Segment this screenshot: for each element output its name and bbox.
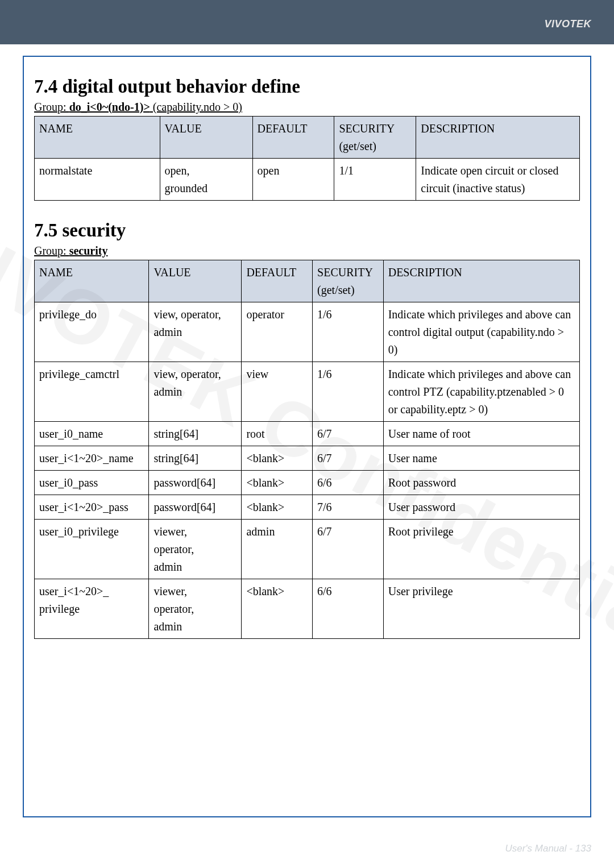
page-footer: User's Manual - 133 bbox=[505, 843, 591, 854]
cell-value: viewer,operator,admin bbox=[149, 520, 242, 579]
cell-description: User name of root bbox=[383, 422, 579, 446]
col-default: DEFAULT bbox=[252, 117, 334, 159]
table-row: user_i<1~20>_privilege viewer,operator,a… bbox=[35, 579, 580, 639]
cell-default: open bbox=[252, 159, 334, 201]
cell-description: Indicate open circuit or closed circuit … bbox=[416, 159, 580, 201]
cell-default: <blank> bbox=[242, 495, 313, 520]
cell-name: privilege_do bbox=[35, 302, 149, 362]
cell-security: 1/6 bbox=[313, 302, 384, 362]
col-value: VALUE bbox=[160, 117, 252, 159]
section-7-4-group: Group: do_i<0~(ndo-1)> (capability.ndo >… bbox=[34, 101, 580, 114]
cell-security: 6/7 bbox=[313, 422, 384, 446]
group-prefix: Group: bbox=[34, 101, 69, 113]
cell-value: open,grounded bbox=[160, 159, 252, 201]
col-security-main: SECURITY bbox=[339, 122, 395, 135]
cell-security: 7/6 bbox=[313, 495, 384, 520]
cell-default: <blank> bbox=[242, 471, 313, 495]
col-security: SECURITY (get/set) bbox=[334, 117, 416, 159]
col-security-sub: (get/set) bbox=[339, 138, 411, 155]
cell-default: <blank> bbox=[242, 579, 313, 639]
group-name: do_i<0~(ndo-1)> bbox=[69, 101, 150, 113]
cell-security: 1/1 bbox=[334, 159, 416, 201]
cell-description: Root privilege bbox=[383, 520, 579, 579]
cell-description: User name bbox=[383, 446, 579, 471]
group-prefix: Group: bbox=[34, 244, 69, 257]
table-row: user_i0_privilege viewer,operator,admin … bbox=[35, 520, 580, 579]
group-suffix: (capability.ndo > 0) bbox=[150, 101, 242, 113]
cell-value: string[64] bbox=[149, 446, 242, 471]
table-row: user_i<1~20>_name string[64] <blank> 6/7… bbox=[35, 446, 580, 471]
brand-label: VIVOTEK bbox=[544, 18, 591, 30]
table-row: privilege_camctrl view, operator, admin … bbox=[35, 362, 580, 422]
col-security-sub: (get/set) bbox=[317, 281, 379, 299]
header-band: VIVOTEK bbox=[0, 0, 614, 44]
cell-default: view bbox=[242, 362, 313, 422]
cell-description: Indicate which privileges and above can … bbox=[383, 362, 579, 422]
cell-security: 6/7 bbox=[313, 446, 384, 471]
table-security: NAME VALUE DEFAULT SECURITY (get/set) DE… bbox=[34, 260, 580, 639]
cell-description: User password bbox=[383, 495, 579, 520]
col-default: DEFAULT bbox=[242, 260, 313, 302]
cell-value: string[64] bbox=[149, 422, 242, 446]
table-header-row: NAME VALUE DEFAULT SECURITY (get/set) DE… bbox=[35, 117, 580, 159]
cell-value: view, operator, admin bbox=[149, 302, 242, 362]
table-row: user_i0_pass password[64] <blank> 6/6 Ro… bbox=[35, 471, 580, 495]
cell-name: user_i<1~20>_privilege bbox=[35, 579, 149, 639]
cell-name: user_i0_name bbox=[35, 422, 149, 446]
col-security-main: SECURITY bbox=[317, 266, 373, 279]
section-7-4-heading: 7.4 digital output behavior define bbox=[34, 76, 580, 97]
cell-security: 6/6 bbox=[313, 579, 384, 639]
cell-security: 6/7 bbox=[313, 520, 384, 579]
table-row: privilege_do view, operator, admin opera… bbox=[35, 302, 580, 362]
cell-name: user_i<1~20>_pass bbox=[35, 495, 149, 520]
col-description: DESCRIPTION bbox=[383, 260, 579, 302]
cell-name: privilege_camctrl bbox=[35, 362, 149, 422]
table-digital-output: NAME VALUE DEFAULT SECURITY (get/set) DE… bbox=[34, 116, 580, 201]
section-7-5-group: Group: security bbox=[34, 244, 580, 258]
cell-default: operator bbox=[242, 302, 313, 362]
cell-value: password[64] bbox=[149, 495, 242, 520]
col-security: SECURITY (get/set) bbox=[313, 260, 384, 302]
group-name: security bbox=[69, 244, 108, 257]
cell-security: 1/6 bbox=[313, 362, 384, 422]
page-frame: VIVOTEK Confidential 7.4 digital output … bbox=[23, 56, 591, 817]
cell-value: view, operator, admin bbox=[149, 362, 242, 422]
table-header-row: NAME VALUE DEFAULT SECURITY (get/set) DE… bbox=[35, 260, 580, 302]
cell-value: viewer,operator,admin bbox=[149, 579, 242, 639]
col-value: VALUE bbox=[149, 260, 242, 302]
table-row: user_i0_name string[64] root 6/7 User na… bbox=[35, 422, 580, 446]
cell-description: Root password bbox=[383, 471, 579, 495]
cell-security: 6/6 bbox=[313, 471, 384, 495]
cell-description: User privilege bbox=[383, 579, 579, 639]
section-7-5-heading: 7.5 security bbox=[34, 220, 580, 241]
cell-name: normalstate bbox=[35, 159, 160, 201]
cell-default: root bbox=[242, 422, 313, 446]
cell-name: user_i0_privilege bbox=[35, 520, 149, 579]
table-row: user_i<1~20>_pass password[64] <blank> 7… bbox=[35, 495, 580, 520]
col-description: DESCRIPTION bbox=[416, 117, 580, 159]
cell-default: <blank> bbox=[242, 446, 313, 471]
col-name: NAME bbox=[35, 260, 149, 302]
cell-name: user_i<1~20>_name bbox=[35, 446, 149, 471]
col-name: NAME bbox=[35, 117, 160, 159]
cell-description: Indicate which privileges and above can … bbox=[383, 302, 579, 362]
cell-default: admin bbox=[242, 520, 313, 579]
cell-name: user_i0_pass bbox=[35, 471, 149, 495]
cell-value: password[64] bbox=[149, 471, 242, 495]
table-row: normalstate open,grounded open 1/1 Indic… bbox=[35, 159, 580, 201]
